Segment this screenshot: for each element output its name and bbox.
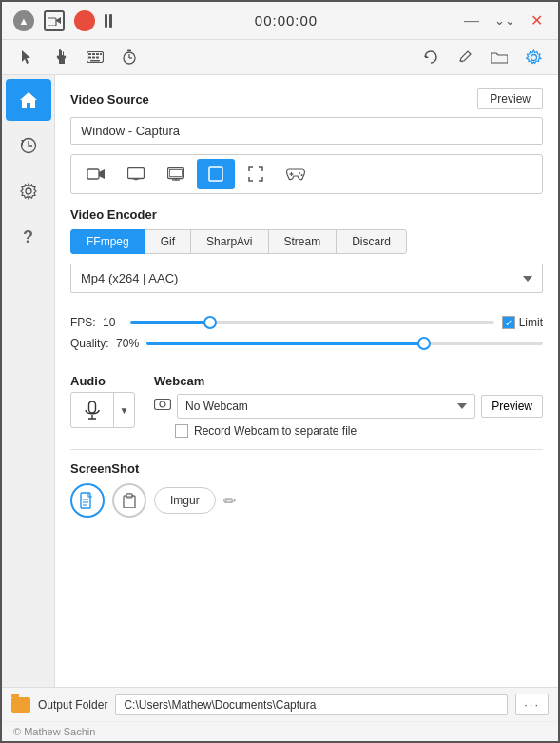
webcam-record-row: Record Webcam to separate file (175, 424, 543, 438)
sidebar-item-settings[interactable] (6, 170, 51, 212)
camera-btn[interactable] (44, 10, 65, 31)
video-source-title: Video Source (70, 92, 149, 107)
gamepad-mode-btn[interactable] (277, 159, 315, 189)
video-preview-button[interactable]: Preview (477, 88, 543, 109)
imgur-btn[interactable]: Imgur (154, 487, 216, 514)
svg-point-19 (531, 54, 536, 60)
screenshot-file-btn[interactable] (70, 483, 105, 518)
svg-rect-15 (127, 50, 131, 52)
svg-rect-38 (89, 401, 96, 413)
svg-rect-7 (100, 53, 102, 55)
copyright: © Mathew Sachin (2, 721, 558, 741)
edit-btn[interactable]: ✏ (223, 492, 236, 510)
webcam-record-checkbox[interactable] (175, 424, 188, 438)
svg-point-37 (301, 174, 303, 176)
svg-rect-5 (92, 53, 95, 55)
refresh-tool[interactable] (419, 46, 442, 68)
svg-rect-10 (96, 57, 99, 59)
screenshot-btn-row: Imgur ✏ (70, 483, 543, 518)
quality-label: Quality: 70% (70, 337, 139, 350)
tab-stream[interactable]: Stream (268, 229, 338, 254)
output-folder-icon[interactable] (11, 697, 30, 713)
svg-rect-11 (90, 60, 100, 62)
screen-mode-btn[interactable] (117, 159, 155, 189)
sidebar-item-help[interactable]: ? (6, 216, 51, 258)
screenshot-title: ScreenShot (70, 461, 139, 476)
fps-slider[interactable] (130, 321, 494, 324)
svg-rect-9 (92, 57, 95, 59)
webcam-mode-btn[interactable] (77, 159, 115, 189)
svg-marker-17 (460, 51, 471, 61)
svg-rect-4 (88, 53, 91, 55)
content-area: Video Source Preview Window - Captura (55, 75, 558, 687)
svg-rect-8 (88, 57, 91, 59)
more-options-btn[interactable]: ··· (515, 694, 549, 715)
tab-sharpavi[interactable]: SharpAvi (190, 229, 268, 254)
tab-ffmpeg[interactable]: FFmpeg (70, 229, 145, 254)
keyboard-tool[interactable] (84, 46, 106, 68)
close-btn[interactable]: ✕ (527, 10, 547, 31)
microphone-btn[interactable] (71, 393, 113, 427)
capture-mode-row (70, 154, 543, 194)
svg-rect-33 (209, 167, 222, 181)
webcam-preview-btn[interactable]: Preview (481, 395, 543, 418)
encoder-tabs: FFmpeg Gif SharpAvi Stream Discard (70, 229, 543, 254)
record-btn[interactable] (74, 10, 95, 31)
pause-btn[interactable] (105, 14, 112, 28)
screenshot-clipboard-btn[interactable] (112, 483, 146, 518)
webcam-dropdown[interactable]: No Webcam (177, 394, 475, 419)
timer-display: 00:00:00 (122, 12, 451, 29)
quality-slider[interactable] (146, 342, 543, 345)
quality-row: Quality: 70% (70, 337, 543, 350)
region-mode-btn[interactable] (197, 159, 235, 189)
output-folder-label: Output Folder (38, 698, 107, 712)
tab-discard[interactable]: Discard (336, 229, 407, 254)
toolbar (2, 40, 558, 75)
audio-webcam-row: Audio ▼ Webcam No Webcam P (70, 374, 543, 438)
svg-marker-2 (22, 50, 30, 64)
svg-marker-20 (20, 92, 37, 108)
svg-point-23 (26, 188, 31, 194)
cursor-tool[interactable] (15, 46, 38, 68)
svg-rect-49 (126, 494, 132, 497)
svg-marker-22 (21, 140, 25, 143)
sidebar: ? (2, 75, 55, 687)
video-source-header: Video Source Preview (70, 88, 543, 109)
svg-marker-1 (56, 17, 61, 24)
timer-tool[interactable] (118, 46, 141, 68)
fullscreen-mode-btn[interactable] (237, 159, 275, 189)
output-path: C:\Users\Mathew\Documents\Captura (115, 694, 508, 715)
video-encoder-title: Video Encoder (70, 207, 543, 222)
sidebar-item-history[interactable] (6, 125, 51, 166)
window-controls: — ⌄⌄ ✕ (460, 10, 547, 31)
webcam-section: Webcam No Webcam Preview Record Webcam t… (154, 374, 543, 438)
settings-tool[interactable] (522, 46, 545, 68)
app-icon: ▲ (13, 10, 34, 31)
hand-tool[interactable] (49, 46, 72, 68)
main-layout: ? Video Source Preview Window - Captura (2, 75, 558, 687)
expand-btn[interactable]: ⌄⌄ (491, 11, 519, 29)
minimize-btn[interactable]: — (460, 10, 483, 31)
source-value: Window - Captura (70, 117, 543, 145)
monitor-mode-btn[interactable] (157, 159, 195, 189)
tab-gif[interactable]: Gif (145, 229, 191, 254)
audio-section: Audio ▼ (70, 374, 135, 428)
sidebar-item-home[interactable] (6, 79, 51, 121)
fps-limit-checkbox[interactable]: ✓ (502, 316, 515, 329)
webcam-select-row: No Webcam Preview (154, 394, 543, 419)
footer: Output Folder C:\Users\Mathew\Documents\… (2, 687, 558, 721)
open-folder-tool[interactable] (488, 46, 511, 68)
titlebar: ▲ 00:00:00 — ⌄⌄ ✕ (2, 2, 558, 40)
codec-select[interactable]: Mp4 (x264 | AAC) (70, 264, 543, 293)
audio-dropdown-btn[interactable]: ▼ (113, 393, 134, 427)
audio-title: Audio (70, 374, 135, 388)
screenshot-section: ScreenShot Imgur ✏ (70, 461, 543, 518)
section-divider-2 (70, 449, 543, 450)
webcam-record-label: Record Webcam to separate file (194, 424, 357, 438)
svg-rect-42 (155, 400, 171, 410)
svg-rect-6 (96, 53, 99, 55)
svg-marker-25 (99, 169, 105, 179)
fps-row: FPS: 10 ✓ Limit (70, 316, 543, 329)
section-divider-1 (70, 362, 543, 362)
pencil-tool[interactable] (454, 46, 476, 68)
